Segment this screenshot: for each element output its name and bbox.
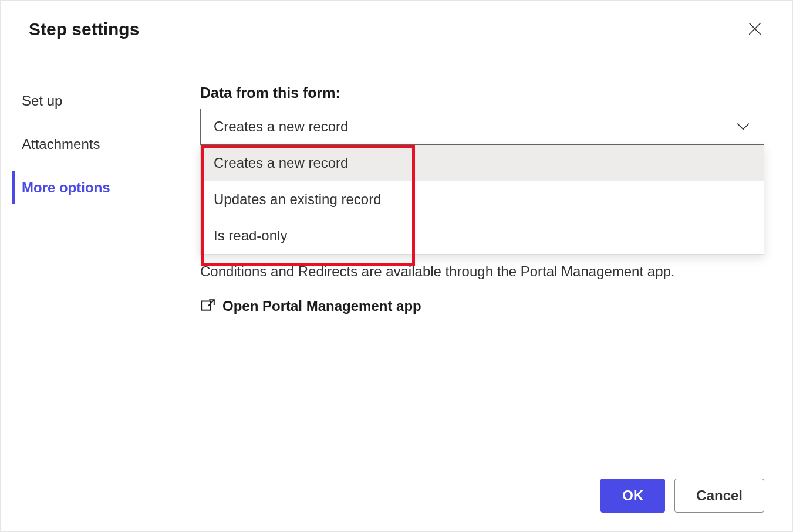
dropdown-option-label: Updates an existing record	[214, 191, 382, 207]
dropdown-option-label: Creates a new record	[214, 155, 348, 171]
main-panel: Data from this form: Creates a new recor…	[200, 84, 792, 314]
settings-sidebar: Set up Attachments More options	[1, 84, 200, 314]
button-label: OK	[622, 487, 643, 503]
open-portal-management-link[interactable]: Open Portal Management app	[200, 298, 764, 314]
sidebar-item-label: More options	[22, 179, 110, 195]
cancel-button[interactable]: Cancel	[674, 479, 764, 513]
dropdown-selected-value: Creates a new record	[214, 118, 348, 135]
close-button[interactable]	[745, 20, 764, 39]
dialog-footer: OK Cancel	[600, 479, 764, 513]
close-icon	[747, 21, 762, 38]
description-text: Conditions and Redirects are available t…	[200, 262, 764, 282]
open-link-label: Open Portal Management app	[222, 298, 421, 314]
sidebar-item-label: Set up	[22, 93, 62, 109]
dropdown-option-label: Is read-only	[214, 228, 287, 243]
button-label: Cancel	[696, 487, 743, 503]
sidebar-item-attachments[interactable]: Attachments	[12, 128, 200, 161]
dropdown-option-update[interactable]: Updates an existing record	[201, 181, 764, 218]
sidebar-item-more-options[interactable]: More options	[12, 171, 200, 204]
sidebar-item-label: Attachments	[22, 136, 100, 152]
dropdown-list: Creates a new record Updates an existing…	[200, 145, 764, 255]
form-label: Data from this form:	[200, 84, 764, 101]
sidebar-item-setup[interactable]: Set up	[12, 84, 200, 117]
open-external-icon	[200, 299, 215, 314]
dropdown-option-create[interactable]: Creates a new record	[201, 145, 764, 181]
chevron-down-icon	[735, 118, 751, 135]
dropdown-option-readonly[interactable]: Is read-only	[201, 218, 764, 254]
dialog-title: Step settings	[29, 19, 139, 39]
ok-button[interactable]: OK	[600, 479, 665, 513]
dialog-content: Set up Attachments More options Data fro…	[1, 56, 792, 314]
dialog-header: Step settings	[1, 1, 792, 56]
data-mode-dropdown[interactable]: Creates a new record	[200, 109, 764, 145]
